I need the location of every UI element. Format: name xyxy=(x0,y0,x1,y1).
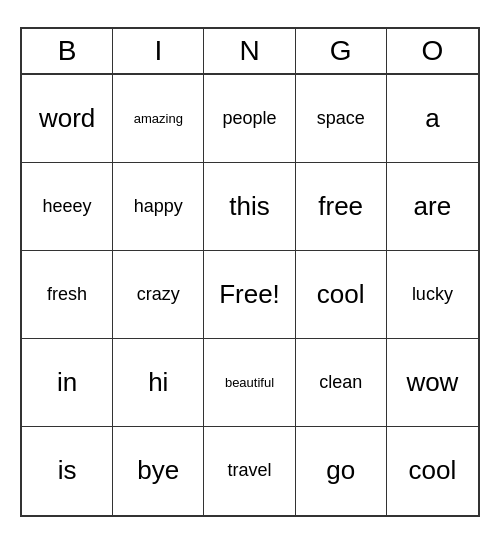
cell-text: beautiful xyxy=(225,375,274,391)
bingo-cell-r4-c1: in xyxy=(22,339,113,427)
cell-text: cool xyxy=(409,455,457,486)
bingo-cell-r1-c3: people xyxy=(204,75,295,163)
bingo-cell-r2-c4: free xyxy=(296,163,387,251)
bingo-grid: wordamazingpeoplespaceaheeeyhappythisfre… xyxy=(22,75,478,515)
header-letter: G xyxy=(296,29,387,73)
cell-text: are xyxy=(414,191,452,222)
cell-text: space xyxy=(317,108,365,130)
cell-text: travel xyxy=(227,460,271,482)
bingo-card: BINGO wordamazingpeoplespaceaheeeyhappyt… xyxy=(20,27,480,517)
bingo-cell-r5-c1: is xyxy=(22,427,113,515)
cell-text: in xyxy=(57,367,77,398)
bingo-cell-r5-c4: go xyxy=(296,427,387,515)
cell-text: happy xyxy=(134,196,183,218)
bingo-header: BINGO xyxy=(22,29,478,75)
bingo-cell-r2-c2: happy xyxy=(113,163,204,251)
cell-text: heeey xyxy=(43,196,92,218)
cell-text: fresh xyxy=(47,284,87,306)
bingo-cell-r1-c1: word xyxy=(22,75,113,163)
header-letter: N xyxy=(204,29,295,73)
header-letter: B xyxy=(22,29,113,73)
bingo-cell-r4-c3: beautiful xyxy=(204,339,295,427)
cell-text: free xyxy=(318,191,363,222)
bingo-cell-r2-c1: heeey xyxy=(22,163,113,251)
bingo-cell-r3-c1: fresh xyxy=(22,251,113,339)
bingo-cell-r4-c4: clean xyxy=(296,339,387,427)
header-letter: I xyxy=(113,29,204,73)
cell-text: word xyxy=(39,103,95,134)
bingo-cell-r2-c5: are xyxy=(387,163,478,251)
cell-text: go xyxy=(326,455,355,486)
cell-text: bye xyxy=(137,455,179,486)
bingo-cell-r4-c2: hi xyxy=(113,339,204,427)
cell-text: crazy xyxy=(137,284,180,306)
bingo-cell-r1-c2: amazing xyxy=(113,75,204,163)
cell-text: is xyxy=(58,455,77,486)
cell-text: amazing xyxy=(134,111,183,127)
bingo-cell-r4-c5: wow xyxy=(387,339,478,427)
cell-text: wow xyxy=(406,367,458,398)
bingo-cell-r2-c3: this xyxy=(204,163,295,251)
bingo-cell-r1-c5: a xyxy=(387,75,478,163)
bingo-cell-r3-c2: crazy xyxy=(113,251,204,339)
bingo-cell-r5-c2: bye xyxy=(113,427,204,515)
cell-text: people xyxy=(222,108,276,130)
cell-text: this xyxy=(229,191,269,222)
cell-text: lucky xyxy=(412,284,453,306)
cell-text: a xyxy=(425,103,439,134)
bingo-cell-r3-c5: lucky xyxy=(387,251,478,339)
bingo-cell-r5-c5: cool xyxy=(387,427,478,515)
cell-text: Free! xyxy=(219,279,280,310)
header-letter: O xyxy=(387,29,478,73)
bingo-cell-r3-c3: Free! xyxy=(204,251,295,339)
bingo-cell-r3-c4: cool xyxy=(296,251,387,339)
bingo-cell-r5-c3: travel xyxy=(204,427,295,515)
cell-text: hi xyxy=(148,367,168,398)
cell-text: cool xyxy=(317,279,365,310)
bingo-cell-r1-c4: space xyxy=(296,75,387,163)
cell-text: clean xyxy=(319,372,362,394)
